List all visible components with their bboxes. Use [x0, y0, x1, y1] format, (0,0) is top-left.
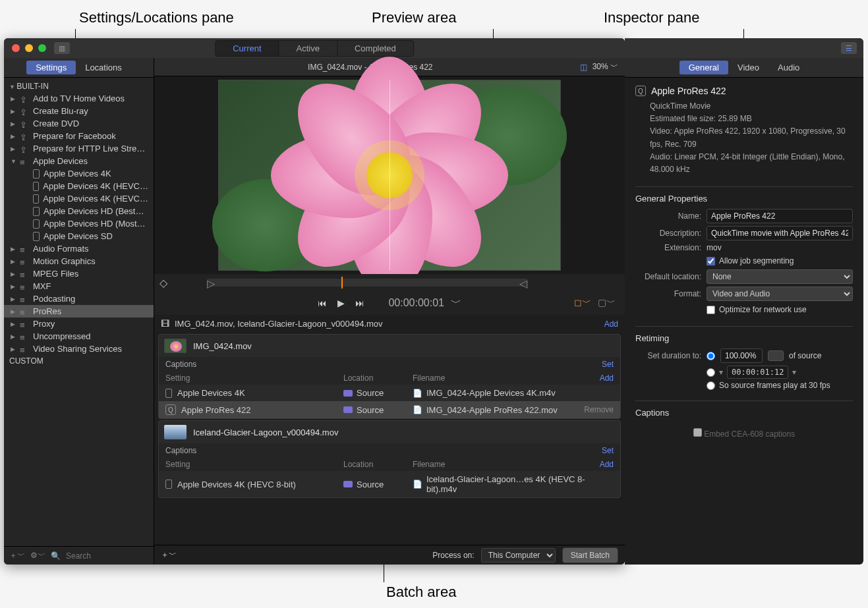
format-select[interactable]: Video and Audio [707, 287, 853, 301]
job-header[interactable]: Iceland-Glacier-Lagoon_v000494.mov [159, 421, 620, 443]
duration-percent-field[interactable] [720, 348, 763, 363]
next-button[interactable]: ⏭ [355, 298, 364, 308]
close-window-button[interactable] [12, 44, 20, 52]
ext-value: mov [707, 243, 853, 252]
tab-general[interactable]: General [680, 61, 728, 74]
set-link[interactable]: Set [602, 360, 614, 369]
search-input[interactable] [66, 551, 165, 561]
add-link[interactable]: Add [600, 460, 614, 469]
tree-item[interactable]: ▶≡Motion Graphics [4, 255, 154, 267]
duration-fps-radio[interactable] [707, 381, 715, 390]
tree-item-prores[interactable]: ▶≡ProRes [4, 305, 154, 318]
folder-icon [343, 406, 353, 413]
preview-area [154, 76, 625, 274]
batch-title: IMG_0424.mov, Iceland-Glacier-Lagoon_v00… [175, 319, 383, 329]
inspector-audio-line: Audio: Linear PCM, 24-bit Integer (Littl… [650, 151, 853, 176]
action-menu-button[interactable]: ⚙﹀ [30, 550, 45, 561]
start-batch-button[interactable]: Start Batch [562, 547, 618, 563]
tree-item[interactable]: ▶⇪Prepare for HTTP Live Stre… [4, 142, 154, 155]
tree-item-apple-devices[interactable]: ▼≡Apple Devices [4, 155, 154, 167]
duration-tc-radio[interactable] [707, 368, 715, 377]
timeline-track[interactable]: ▷ ◁ [207, 279, 527, 287]
job-header[interactable]: IMG_0424.mov [159, 335, 620, 357]
tree-item[interactable]: Apple Devices 4K (HEVC… [4, 180, 154, 192]
add-link[interactable]: Add [604, 319, 618, 329]
tree-item[interactable]: ▶⇪Create DVD [4, 117, 154, 130]
job-output-row-selected[interactable]: QApple ProRes 422 Source 📄IMG_0424-Apple… [159, 401, 620, 418]
general-properties-label: General Properties [635, 186, 853, 204]
remove-link[interactable]: Remove [584, 405, 614, 414]
set-link[interactable]: Set [602, 446, 614, 455]
batch-job: IMG_0424.mov CaptionsSet Setting Locatio… [158, 334, 621, 419]
tree-item[interactable]: ▶≡Podcasting [4, 292, 154, 305]
tree-item[interactable]: ▶≡Proxy [4, 318, 154, 330]
segment-completed[interactable]: Completed [337, 41, 413, 56]
tab-locations[interactable]: Locations [76, 61, 131, 74]
allow-segmenting-label: Allow job segmenting [719, 256, 794, 265]
tree-item[interactable]: ▶⇪Add to TV Home Videos [4, 92, 154, 105]
add-button[interactable]: ＋﹀ [9, 550, 25, 561]
device-icon [165, 480, 172, 489]
segment-active[interactable]: Active [279, 41, 337, 56]
zoom-dropdown[interactable]: 30% ﹀ [593, 61, 618, 72]
app-window: ▥ Current Active Completed Settings Loca… [4, 38, 625, 565]
embed-captions-checkbox[interactable] [693, 428, 702, 437]
tree-item[interactable]: Apple Devices 4K (HEVC… [4, 192, 154, 205]
inspector-toggle-icon[interactable]: ☰ [841, 42, 857, 54]
timecode-display[interactable]: 00:00:00:01 ﹀ [388, 296, 461, 310]
add-job-button[interactable]: ＋﹀ [161, 549, 177, 561]
zoom-window-button[interactable] [38, 44, 46, 52]
duration-percent-radio[interactable] [707, 352, 715, 360]
inspector-body: QApple ProRes 422 QuickTime Movie Estima… [625, 78, 863, 565]
of-source-label: of source [789, 351, 821, 360]
timeline[interactable]: ◇ ▷ ◁ [154, 274, 625, 291]
segment-current[interactable]: Current [216, 41, 279, 56]
quicktime-icon: Q [635, 86, 646, 96]
quicktime-icon: Q [165, 404, 176, 415]
tab-settings[interactable]: Settings [26, 61, 76, 74]
col-setting: Setting [165, 373, 343, 383]
minimize-window-button[interactable] [25, 44, 33, 52]
tree-item[interactable]: ▶⇪Create Blu-ray [4, 105, 154, 117]
tree-item[interactable]: ▶≡Uncompressed [4, 330, 154, 343]
tree-item[interactable]: ▶⇪Prepare for Facebook [4, 130, 154, 142]
inspector-title: QApple ProRes 422 [635, 86, 853, 96]
description-field[interactable] [707, 226, 853, 240]
job-thumbnail [164, 339, 187, 353]
tree-item[interactable]: Apple Devices SD [4, 230, 154, 242]
inspector-tabs: General Video Audio [625, 58, 863, 78]
marker-menu-icon[interactable]: ◻﹀ [574, 297, 591, 309]
tree-item[interactable]: Apple Devices 4K [4, 167, 154, 180]
tree-item[interactable]: ▶≡MXF [4, 280, 154, 292]
duration-unit-select[interactable] [768, 350, 784, 361]
tab-video[interactable]: Video [728, 61, 768, 74]
playhead-icon[interactable] [341, 277, 343, 289]
sidebar-toggle-icon[interactable]: ▥ [54, 42, 70, 54]
prev-button[interactable]: ⏮ [318, 298, 327, 308]
tree-item[interactable]: ▶≡MPEG Files [4, 267, 154, 280]
display-menu-icon[interactable]: ▢﹀ [598, 297, 616, 309]
add-link[interactable]: Add [600, 373, 614, 383]
tree-item[interactable]: ▶≡Audio Formats [4, 242, 154, 255]
device-icon [165, 389, 172, 398]
allow-segmenting-checkbox[interactable] [707, 257, 715, 265]
compare-icon[interactable]: ◫ [580, 63, 587, 72]
name-label: Name: [635, 211, 701, 221]
process-on-select[interactable]: This Computer [481, 548, 556, 563]
process-on-label: Process on: [432, 551, 474, 560]
default-location-select[interactable]: None [707, 269, 853, 284]
fps-label: So source frames play at 30 fps [719, 381, 830, 390]
tree-item[interactable]: Apple Devices HD (Best… [4, 205, 154, 217]
tree-item[interactable]: Apple Devices HD (Most… [4, 217, 154, 230]
tab-audio[interactable]: Audio [768, 61, 809, 74]
captions-label: Captions [165, 446, 196, 455]
duration-tc-field[interactable]: 00:00:01:12 [727, 366, 788, 379]
play-button[interactable]: ▶ [337, 298, 345, 308]
optimize-checkbox[interactable] [707, 306, 715, 314]
inspector-pane: ☰ General Video Audio QApple ProRes 422 … [625, 38, 863, 565]
sidebar-tabs: Settings Locations [4, 58, 154, 78]
job-output-row[interactable]: Apple Devices 4K Source 📄IMG_0424-Apple … [159, 385, 620, 401]
name-field[interactable] [707, 209, 853, 223]
tree-item[interactable]: ▶≡Video Sharing Services [4, 343, 154, 355]
job-output-row[interactable]: Apple Devices 4K (HEVC 8-bit) Source 📄Ic… [159, 471, 620, 497]
